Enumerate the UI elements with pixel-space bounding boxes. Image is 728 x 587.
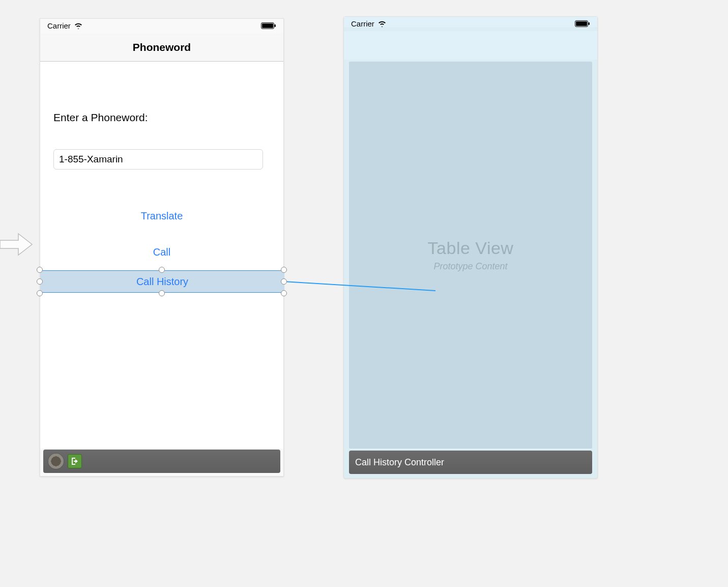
resize-handle-icon[interactable] (37, 267, 43, 273)
resize-handle-icon[interactable] (281, 267, 287, 273)
call-button[interactable]: Call (53, 246, 270, 258)
exit-icon[interactable] (68, 454, 82, 468)
call-history-button[interactable]: Call History (136, 276, 188, 288)
resize-handle-icon[interactable] (37, 278, 43, 285)
table-view-title: Table View (428, 238, 514, 258)
scene-dock (43, 450, 280, 473)
phoneword-input[interactable] (53, 149, 263, 170)
main-content: Enter a Phoneword: Translate Call Call H… (40, 62, 283, 449)
segue-arrow-icon (0, 232, 33, 257)
status-bar: Carrier (40, 19, 283, 29)
resize-handle-icon[interactable] (281, 290, 287, 296)
controller-name-label: Call History Controller (355, 457, 444, 468)
view-controller-icon[interactable] (48, 454, 64, 469)
phoneword-label: Enter a Phoneword: (53, 62, 270, 124)
scene-dock: Call History Controller (349, 451, 592, 474)
resize-handle-icon[interactable] (281, 278, 287, 285)
battery-icon (575, 20, 590, 27)
carrier-label: Carrier (351, 19, 374, 28)
resize-handle-icon[interactable] (37, 290, 43, 296)
svg-rect-2 (275, 24, 276, 27)
resize-handle-icon[interactable] (159, 267, 165, 273)
svg-rect-1 (262, 23, 273, 28)
carrier-label: Carrier (47, 21, 71, 30)
navigation-bar (344, 31, 597, 60)
translate-button[interactable]: Translate (53, 210, 270, 222)
status-bar: Carrier (344, 17, 597, 27)
page-title: Phoneword (133, 41, 191, 53)
call-history-button-selection[interactable]: Call History (40, 270, 284, 293)
table-view-subtitle: Prototype Content (433, 261, 507, 272)
resize-handle-icon[interactable] (159, 290, 165, 296)
svg-rect-5 (576, 21, 587, 26)
navigation-bar: Phoneword (40, 33, 283, 62)
wifi-icon (74, 22, 83, 29)
svg-rect-6 (589, 22, 590, 25)
call-history-view-controller: Carrier Table View Prototype Content Cal… (343, 16, 598, 479)
wifi-icon (377, 20, 387, 27)
table-view-placeholder[interactable]: Table View Prototype Content (349, 62, 592, 449)
battery-icon (261, 22, 276, 29)
phoneword-view-controller: Carrier Phoneword Enter a Phoneword: Tra… (40, 18, 284, 477)
